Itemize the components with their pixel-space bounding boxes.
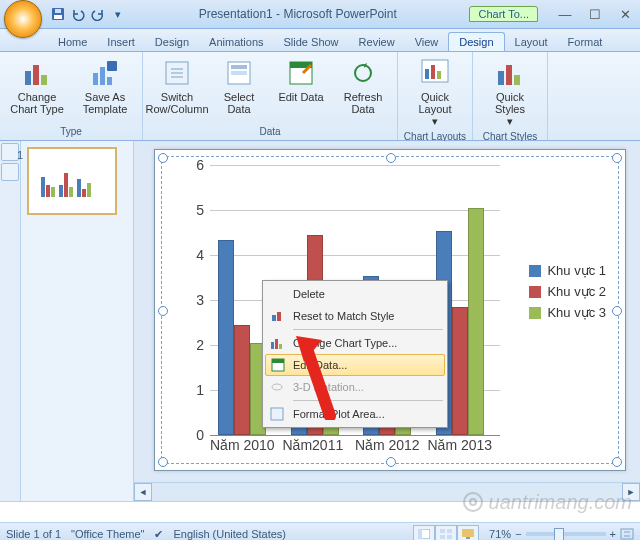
svg-rect-18 [425,69,429,79]
watermark: uantrimang.com [461,490,632,514]
resize-handle[interactable] [158,153,168,163]
bar[interactable] [218,240,234,436]
svg-rect-21 [498,71,504,85]
ribbon-group-layouts: Quick Layout ▾ Chart Layouts [398,52,473,140]
status-language[interactable]: English (United States) [173,528,286,540]
tab-slideshow[interactable]: Slide Show [274,33,349,51]
chart-legend[interactable]: Khu vực 1 Khu vực 2 Khu vực 3 [529,257,606,326]
select-data-label: Select Data [214,91,264,115]
resize-handle[interactable] [612,457,622,467]
minimize-button[interactable]: — [550,4,580,24]
svg-rect-32 [87,183,91,197]
edit-data-button[interactable]: Edit Data [271,54,331,106]
quick-styles-button[interactable]: Quick Styles ▾ [477,54,543,130]
resize-handle[interactable] [386,153,396,163]
tab-chart-design[interactable]: Design [448,32,504,51]
bar[interactable] [452,307,468,435]
normal-view-icon[interactable] [413,525,435,540]
ribbon-group-type: Change Chart Type Save As Template Type [0,52,143,140]
slide-thumbnail[interactable]: 1 [27,147,117,215]
resize-handle[interactable] [158,457,168,467]
maximize-button[interactable]: ☐ [580,4,610,24]
fit-window-icon[interactable] [620,528,634,540]
legend-item[interactable]: Khu vực 1 [529,263,606,278]
quick-layout-button[interactable]: Quick Layout ▾ [402,54,468,130]
resize-handle[interactable] [386,457,396,467]
svg-point-40 [272,384,282,390]
redo-icon[interactable] [90,6,106,22]
svg-rect-26 [51,187,55,197]
svg-rect-35 [271,342,274,349]
svg-rect-30 [77,179,81,197]
legend-swatch-icon [529,265,541,277]
zoom-in-button[interactable]: + [610,528,616,540]
menu-reset-style[interactable]: Reset to Match Style [265,305,445,327]
bar[interactable] [468,208,484,435]
slideshow-view-icon[interactable] [457,525,479,540]
legend-item[interactable]: Khu vực 2 [529,284,606,299]
x-tick-label: Năm 2010 [210,437,275,453]
title-bar: ▾ Presentation1 - Microsoft PowerPoint C… [0,0,640,29]
svg-rect-43 [418,529,422,539]
resize-handle[interactable] [158,306,168,316]
office-button[interactable] [4,0,42,38]
outline-tab-icon[interactable] [1,163,19,181]
switch-row-column-button[interactable]: Switch Row/Column [147,54,207,118]
svg-point-52 [470,499,476,505]
menu-delete[interactable]: Delete [265,283,445,305]
tab-insert[interactable]: Insert [97,33,145,51]
zoom-value[interactable]: 71% [489,528,511,540]
zoom-slider[interactable] [526,532,606,536]
svg-rect-22 [506,65,512,85]
refresh-icon [347,57,379,89]
tab-view[interactable]: View [405,33,449,51]
window-title: Presentation1 - Microsoft PowerPoint [126,7,469,21]
svg-rect-27 [59,185,63,197]
rotation-icon [269,379,285,395]
bar[interactable] [234,325,250,435]
x-tick-label: Năm 2012 [355,437,420,453]
tab-review[interactable]: Review [349,33,405,51]
svg-rect-5 [41,75,47,85]
legend-item[interactable]: Khu vực 3 [529,305,606,320]
quick-layout-label: Quick Layout [407,91,463,115]
legend-label: Khu vực 2 [547,284,606,299]
slide-number: 1 [17,149,23,161]
svg-rect-34 [277,312,281,321]
status-theme: "Office Theme" [71,528,144,540]
legend-swatch-icon [529,286,541,298]
zoom-out-button[interactable]: − [515,528,521,540]
svg-rect-20 [437,71,441,79]
annotation-arrow-icon [290,330,350,420]
svg-rect-12 [231,65,247,69]
x-tick-label: Năm2011 [283,437,344,453]
undo-icon[interactable] [70,6,86,22]
dropdown-icon: ▾ [507,115,513,127]
resize-handle[interactable] [612,306,622,316]
tab-design[interactable]: Design [145,33,199,51]
chart-tools-tab[interactable]: Chart To... [469,6,538,22]
refresh-data-button[interactable]: Refresh Data [333,54,393,118]
svg-rect-1 [54,15,62,19]
legend-swatch-icon [529,307,541,319]
svg-rect-36 [275,339,278,349]
close-button[interactable]: ✕ [610,4,640,24]
save-icon[interactable] [50,6,66,22]
qat-dropdown-icon[interactable]: ▾ [110,6,126,22]
quick-styles-icon [494,57,526,89]
spellcheck-icon[interactable]: ✔ [154,528,163,541]
tab-chart-layout[interactable]: Layout [505,33,558,51]
scroll-left-icon[interactable]: ◄ [134,483,152,501]
select-data-button[interactable]: Select Data [209,54,269,118]
svg-rect-13 [231,71,247,75]
legend-label: Khu vực 3 [547,305,606,320]
chart-type-icon [269,335,285,351]
change-chart-type-button[interactable]: Change Chart Type [4,54,70,118]
svg-rect-2 [55,9,61,13]
resize-handle[interactable] [612,153,622,163]
tab-animations[interactable]: Animations [199,33,273,51]
tab-home[interactable]: Home [48,33,97,51]
tab-chart-format[interactable]: Format [558,33,613,51]
save-as-template-button[interactable]: Save As Template [72,54,138,118]
sorter-view-icon[interactable] [435,525,457,540]
